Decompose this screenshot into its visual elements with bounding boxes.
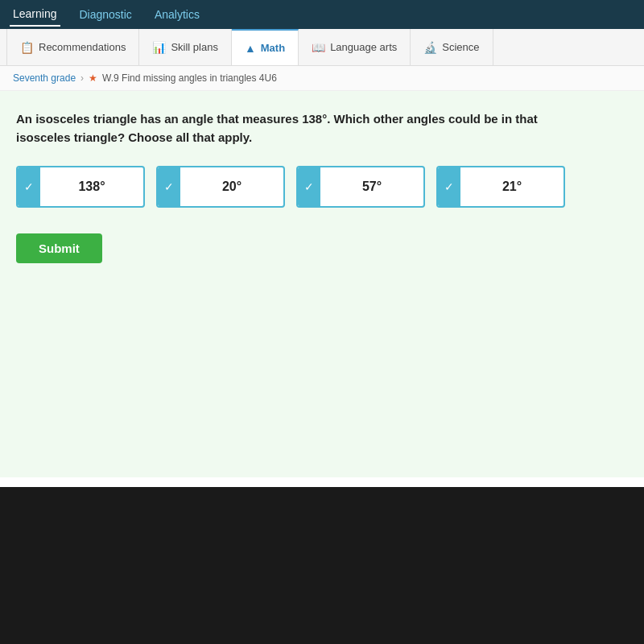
- option-57-check: ✓: [298, 167, 320, 206]
- tab-recommendations-label: Recommendations: [39, 41, 126, 53]
- breadcrumb-grade[interactable]: Seventh grade: [13, 72, 76, 84]
- tab-science[interactable]: 🔬 Science: [411, 29, 493, 65]
- breadcrumb-star-icon: ★: [89, 72, 97, 84]
- science-icon: 🔬: [423, 41, 437, 54]
- tab-recommendations[interactable]: 📋 Recommendations: [6, 29, 139, 65]
- skill-plans-icon: 📊: [152, 41, 166, 54]
- tab-skill-plans-label: Skill plans: [171, 41, 218, 53]
- nav-learning[interactable]: Learning: [10, 2, 60, 27]
- top-nav: Learning Diagnostic Analytics: [0, 0, 644, 29]
- tab-bar: 📋 Recommendations 📊 Skill plans ▲ Math 📖…: [0, 29, 644, 66]
- option-21-check: ✓: [438, 167, 460, 206]
- submit-button[interactable]: Submit: [16, 233, 102, 263]
- tab-math-label: Math: [261, 42, 285, 54]
- tab-skill-plans[interactable]: 📊 Skill plans: [139, 29, 232, 65]
- recommendations-icon: 📋: [20, 41, 34, 54]
- option-138-check: ✓: [18, 167, 40, 206]
- tab-language-arts[interactable]: 📖 Language arts: [299, 29, 411, 65]
- main-content: An isosceles triangle has an angle that …: [0, 91, 644, 477]
- option-57-label: 57°: [320, 180, 423, 194]
- breadcrumb: Seventh grade › ★ W.9 Find missing angle…: [0, 66, 644, 91]
- option-57[interactable]: ✓ 57°: [296, 166, 425, 208]
- language-arts-icon: 📖: [312, 41, 325, 54]
- tab-language-arts-label: Language arts: [330, 41, 397, 53]
- breadcrumb-skill: W.9 Find missing angles in triangles 4U6: [102, 72, 277, 84]
- option-20-check: ✓: [158, 167, 180, 206]
- nav-diagnostic[interactable]: Diagnostic: [76, 3, 135, 26]
- math-icon: ▲: [245, 42, 256, 55]
- option-138-label: 138°: [40, 180, 143, 194]
- question-text: An isosceles triangle has an angle that …: [16, 110, 564, 147]
- breadcrumb-separator: ›: [80, 72, 84, 84]
- options-grid: ✓ 138° ✓ 20° ✓ 57° ✓ 21°: [16, 166, 628, 208]
- laptop-bezel: [0, 487, 644, 644]
- option-138[interactable]: ✓ 138°: [16, 166, 145, 208]
- option-21[interactable]: ✓ 21°: [436, 166, 565, 208]
- tab-math[interactable]: ▲ Math: [232, 29, 299, 65]
- nav-analytics[interactable]: Analytics: [151, 3, 203, 26]
- option-21-label: 21°: [460, 180, 564, 194]
- option-20[interactable]: ✓ 20°: [156, 166, 285, 208]
- tab-science-label: Science: [442, 41, 479, 53]
- option-20-label: 20°: [180, 180, 283, 194]
